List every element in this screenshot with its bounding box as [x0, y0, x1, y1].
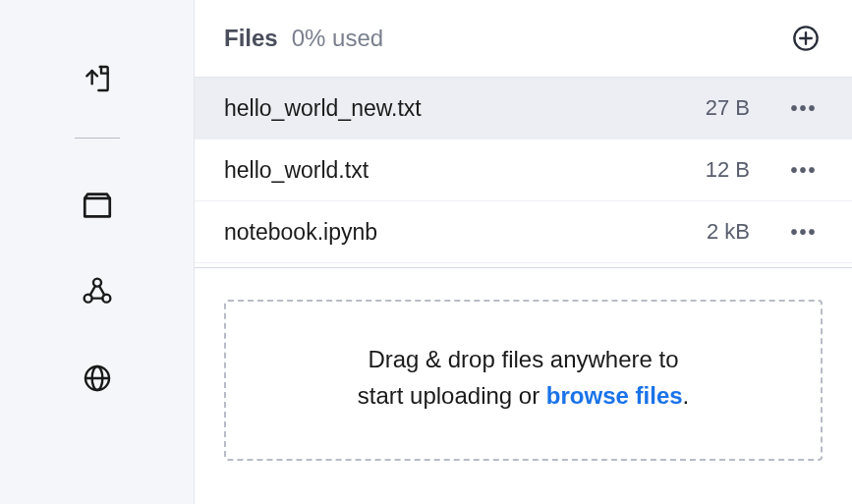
files-usage-text: 0% used: [292, 25, 789, 52]
file-size: 2 kB: [691, 219, 750, 245]
file-name: notebook.ipynb: [224, 219, 691, 246]
add-file-button[interactable]: [789, 22, 823, 55]
file-dropzone[interactable]: Drag & drop files anywhere to start uplo…: [224, 300, 823, 461]
upload-file-icon[interactable]: [78, 59, 117, 98]
file-menu-button[interactable]: •••: [785, 217, 823, 247]
folder-icon[interactable]: [78, 186, 117, 225]
file-name: hello_world_new.txt: [224, 95, 691, 122]
file-name: hello_world.txt: [224, 157, 691, 184]
sidebar: [0, 0, 195, 504]
dropzone-line2-prefix: start uploading or: [358, 382, 546, 409]
file-size: 27 B: [691, 95, 750, 121]
file-menu-button[interactable]: •••: [785, 93, 823, 123]
file-row[interactable]: notebook.ipynb 2 kB •••: [195, 201, 852, 263]
file-row[interactable]: hello_world.txt 12 B •••: [195, 140, 852, 201]
browse-files-link[interactable]: browse files: [546, 382, 683, 409]
file-row[interactable]: hello_world_new.txt 27 B •••: [195, 78, 852, 140]
file-list: hello_world_new.txt 27 B ••• hello_world…: [195, 78, 852, 268]
share-nodes-icon[interactable]: [78, 272, 117, 311]
files-title: Files: [224, 25, 278, 52]
dropzone-line1: Drag & drop files anywhere to: [368, 346, 678, 372]
file-menu-button[interactable]: •••: [785, 155, 823, 185]
main-panel: Files 0% used hello_world_new.txt 27 B •…: [195, 0, 852, 504]
sidebar-divider: [75, 138, 120, 139]
file-size: 12 B: [691, 157, 750, 183]
dropzone-suffix: .: [683, 382, 690, 409]
dropzone-text: Drag & drop files anywhere to start uplo…: [256, 341, 791, 414]
list-divider: [195, 267, 852, 268]
files-header: Files 0% used: [195, 0, 852, 78]
globe-icon[interactable]: [78, 359, 117, 398]
